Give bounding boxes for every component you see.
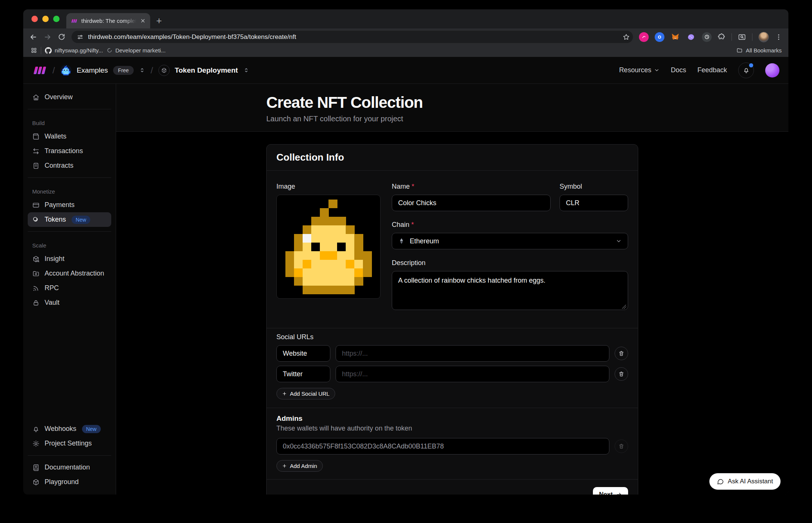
browser-tab[interactable]: thirdweb: The complete web3 [66, 13, 150, 28]
pixel [328, 243, 337, 252]
site-settings-icon[interactable] [77, 34, 84, 40]
project-name[interactable]: Token Deployment [175, 66, 238, 75]
close-window-button[interactable] [31, 16, 38, 22]
tab-search-icon[interactable] [738, 33, 746, 41]
pixel [328, 260, 337, 269]
pixel [337, 225, 346, 234]
sidebar-label: Contracts [45, 162, 73, 170]
pixel [320, 268, 329, 277]
sidebar-label: Tokens [45, 216, 66, 224]
notification-dot [749, 63, 753, 67]
sidebar-label: RPC [45, 284, 59, 292]
ask-ai-assistant-button[interactable]: Ask AI Assistant [709, 473, 781, 490]
admins-label: Admins [276, 414, 628, 423]
toolbar-divider [752, 33, 752, 41]
sidebar-item-playground[interactable]: Playground [28, 475, 111, 489]
metamask-icon[interactable] [670, 32, 680, 42]
name-input[interactable] [392, 195, 551, 211]
sidebar-item-contracts[interactable]: Contracts [28, 158, 111, 173]
pixel [328, 200, 337, 209]
header-actions: Resources Docs Feedback [619, 63, 779, 78]
chain-value: Ethereum [410, 237, 439, 245]
trash-icon [618, 371, 624, 377]
pixel [337, 268, 346, 277]
notifications-button[interactable] [738, 63, 754, 78]
description-textarea[interactable]: A collection of rainbow chicks hatched f… [392, 271, 628, 310]
url-text[interactable]: thirdweb.com/team/examples/Token-Deploym… [88, 33, 618, 41]
minimize-window-button[interactable] [42, 16, 49, 22]
team-switcher-icon[interactable] [139, 67, 145, 73]
sidebar-item-documentation[interactable]: Documentation [28, 460, 111, 475]
next-button[interactable]: Next [593, 487, 628, 495]
wallet-icon [32, 133, 40, 140]
pixel [354, 234, 363, 243]
sidebar-item-payments[interactable]: Payments [28, 198, 111, 212]
extension-blue-icon[interactable] [655, 32, 664, 42]
pixel [67, 74, 69, 75]
collection-fields-section: Image Name* [267, 171, 638, 328]
thirdweb-logo[interactable] [32, 66, 47, 75]
bookmark-item-github[interactable]: niftyswap.gg/Nifty... [45, 47, 103, 54]
chain-select[interactable]: Ethereum [392, 233, 628, 249]
sidebar-item-insight[interactable]: Insight [28, 252, 111, 266]
back-icon[interactable] [29, 33, 37, 41]
url-bar[interactable]: thirdweb.com/team/examples/Token-Deploym… [72, 31, 633, 43]
all-bookmarks-button[interactable]: All Bookmarks [736, 47, 782, 54]
symbol-input[interactable] [560, 195, 628, 211]
delete-admin-button[interactable] [615, 440, 628, 453]
browser-menu-icon[interactable] [775, 33, 782, 41]
sidebar-item-overview[interactable]: Overview [28, 90, 111, 104]
bookmark-star-icon[interactable] [622, 33, 630, 41]
chain-field: Chain* Ethereum [392, 221, 628, 249]
extensions-puzzle-icon[interactable] [718, 33, 725, 41]
team-avatar [60, 65, 72, 76]
collection-image-upload[interactable] [276, 195, 381, 299]
required-mark: * [411, 221, 414, 229]
extension-pink-icon[interactable] [639, 32, 649, 42]
extension-purple-icon[interactable] [686, 32, 696, 42]
delete-social-url-button[interactable] [615, 347, 628, 360]
social-platform-input[interactable] [276, 345, 330, 362]
admin-wallet-input[interactable] [276, 438, 609, 454]
page-subtitle: Launch an NFT collection for your projec… [266, 115, 638, 123]
sidebar-item-rpc[interactable]: RPC [28, 281, 111, 295]
sidebar-item-wallets[interactable]: Wallets [28, 129, 111, 144]
sidebar-divider [28, 455, 111, 456]
pixel [337, 234, 346, 243]
sidebar-item-project-settings[interactable]: Project Settings [28, 436, 111, 451]
apps-grid-icon[interactable] [31, 47, 37, 54]
resources-menu[interactable]: Resources [619, 66, 660, 74]
team-name[interactable]: Examples [77, 66, 108, 75]
bookmarks-divider [41, 47, 41, 54]
tab-close-icon[interactable] [140, 18, 146, 24]
reload-icon[interactable] [58, 33, 66, 41]
sidebar-item-account-abstraction[interactable]: Account Abstraction [28, 266, 111, 281]
project-switcher-icon[interactable] [243, 67, 249, 73]
pixel [320, 225, 329, 234]
social-url-input[interactable] [336, 366, 609, 382]
pixel [320, 208, 329, 217]
account-avatar[interactable] [765, 63, 779, 77]
sidebar-item-vault[interactable]: Vault [28, 295, 111, 310]
social-platform-input[interactable] [276, 366, 330, 382]
pixel [337, 251, 346, 260]
sidebar-item-transactions[interactable]: Transactions [28, 144, 111, 158]
add-social-url-button[interactable]: Add Social URL [276, 388, 335, 399]
pixel [337, 217, 346, 226]
bookmark-item-doc[interactable]: Developer marketi... [107, 47, 166, 54]
docs-link[interactable]: Docs [671, 66, 686, 74]
maximize-window-button[interactable] [53, 16, 60, 22]
sidebar-item-webhooks[interactable]: Webhooks New [28, 422, 111, 436]
delete-social-url-button[interactable] [615, 367, 628, 381]
next-label: Next [599, 491, 613, 495]
history-clock-icon[interactable] [702, 32, 712, 42]
forward-icon[interactable] [43, 33, 52, 41]
sidebar-item-tokens[interactable]: Tokens New [28, 212, 111, 227]
feedback-link[interactable]: Feedback [697, 66, 727, 74]
add-admin-button[interactable]: Add Admin [276, 460, 323, 472]
social-url-input[interactable] [336, 345, 609, 362]
sidebar-label: Account Abstraction [45, 270, 104, 277]
gear-icon [32, 440, 40, 447]
browser-profile-avatar[interactable] [758, 32, 769, 42]
new-tab-button[interactable]: + [150, 16, 162, 28]
